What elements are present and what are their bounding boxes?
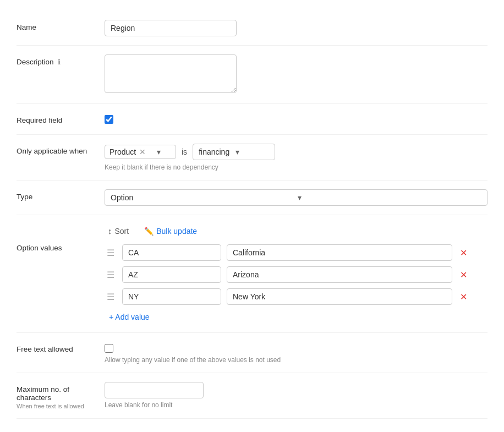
applicable-field-select[interactable]: Product ✕ ▾: [105, 145, 176, 159]
chevron-down-icon: ▾: [157, 147, 171, 156]
free-text-hint: Allow typing any value if one of the abo…: [105, 356, 487, 364]
description-control: [105, 54, 487, 95]
max-chars-control: Leave blank for no limit: [105, 382, 487, 409]
drag-handle-icon-2[interactable]: ☰: [105, 270, 117, 280]
type-row: Type Option ▾: [17, 181, 487, 215]
max-chars-row: Maximum no. of characters When free text…: [17, 373, 487, 419]
max-chars-label-sub: When free text is allowed: [17, 403, 105, 409]
name-label: Name: [17, 20, 105, 31]
option-label-input-1[interactable]: [227, 244, 452, 261]
free-text-control: Allow typing any value if one of the abo…: [105, 342, 487, 364]
is-text: is: [182, 147, 187, 156]
add-value-button[interactable]: + Add value: [105, 310, 154, 324]
applicable-hint: Keep it blank if there is no dependency: [105, 163, 487, 171]
option-code-input-1[interactable]: [122, 244, 221, 261]
required-label: Required field: [17, 113, 105, 124]
max-chars-input[interactable]: [105, 382, 204, 398]
option-label-input-2[interactable]: [227, 266, 452, 283]
required-checkbox[interactable]: [105, 115, 113, 124]
drag-handle-icon[interactable]: ☰: [105, 248, 117, 258]
option-values-header: ↕ Sort ✏️ Bulk update: [105, 224, 487, 238]
name-row: Name: [17, 11, 487, 46]
bulk-update-button[interactable]: ✏️ Bulk update: [141, 225, 200, 238]
option-row-2: ☰ ✕: [105, 266, 487, 283]
pencil-icon: ✏️: [144, 227, 154, 236]
sort-label: Sort: [115, 227, 129, 236]
required-field-row: Required field: [17, 104, 487, 135]
option-values-row: Option values ↕ Sort ✏️ Bulk update ☰ ✕ …: [17, 215, 487, 333]
applicable-value-text: financing: [199, 147, 232, 156]
type-select[interactable]: Option ▾: [105, 189, 487, 206]
option-values-control: ↕ Sort ✏️ Bulk update ☰ ✕ ☰ ✕ ☰: [105, 224, 487, 324]
option-row-3: ☰ ✕: [105, 288, 487, 305]
add-value-label: + Add value: [109, 313, 150, 321]
applicable-row: Only applicable when Product ✕ ▾ is fina…: [17, 135, 487, 181]
drag-handle-icon-3[interactable]: ☰: [105, 292, 117, 302]
sort-button[interactable]: ↕ Sort: [105, 224, 132, 238]
required-control: [105, 113, 487, 125]
chevron-down-icon-3: ▾: [298, 193, 481, 202]
max-chars-label: Maximum no. of characters When free text…: [17, 382, 105, 409]
free-text-row: Free text allowed Allow typing any value…: [17, 333, 487, 373]
description-label: Description ℹ: [17, 54, 105, 66]
type-label: Type: [17, 189, 105, 201]
applicable-field-value: Product: [109, 147, 136, 156]
option-values-label: Option values: [17, 224, 105, 252]
type-control: Option ▾: [105, 189, 487, 206]
free-text-checkbox[interactable]: [105, 344, 113, 353]
option-label-input-3[interactable]: [227, 288, 452, 305]
leave-blank-hint: Leave blank for no limit: [105, 401, 487, 409]
free-text-label: Free text allowed: [17, 342, 105, 353]
bulk-update-label: Bulk update: [156, 227, 197, 236]
max-chars-label-main: Maximum no. of characters: [17, 385, 105, 402]
clear-icon[interactable]: ✕: [139, 148, 154, 156]
info-icon: ℹ: [58, 58, 61, 66]
delete-option-3-button[interactable]: ✕: [458, 289, 469, 304]
name-control: [105, 20, 487, 36]
applicable-fields: Product ✕ ▾ is financing ▾: [105, 144, 487, 160]
description-textarea[interactable]: [105, 54, 237, 93]
name-input[interactable]: [105, 20, 237, 36]
applicable-control: Product ✕ ▾ is financing ▾ Keep it blank…: [105, 144, 487, 171]
applicable-value-select[interactable]: financing ▾: [193, 144, 275, 160]
delete-option-2-button[interactable]: ✕: [458, 267, 469, 282]
type-value: Option: [111, 193, 294, 202]
applicable-label: Only applicable when: [17, 144, 105, 155]
sort-icon: ↕: [108, 226, 112, 236]
option-code-input-2[interactable]: [122, 266, 221, 283]
option-code-input-3[interactable]: [122, 288, 221, 305]
chevron-down-icon-2: ▾: [235, 147, 269, 156]
description-row: Description ℹ: [17, 46, 487, 104]
delete-option-1-button[interactable]: ✕: [458, 245, 469, 260]
option-row-1: ☰ ✕: [105, 244, 487, 261]
